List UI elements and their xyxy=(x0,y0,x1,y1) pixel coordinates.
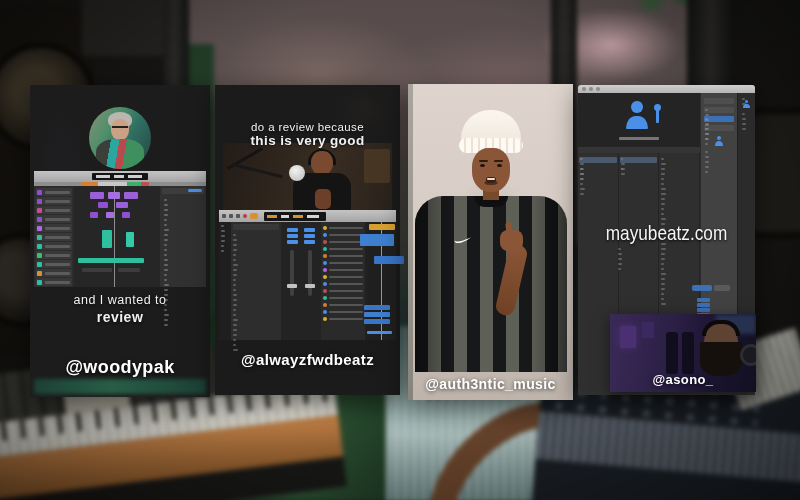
caption-line2: review xyxy=(30,309,210,325)
region xyxy=(82,268,112,272)
patch-banner xyxy=(578,93,700,147)
caption-block: do a review because this is very good xyxy=(215,121,400,148)
caption-line1: and I wanted to xyxy=(30,293,210,307)
clip-blue xyxy=(374,256,404,264)
panel-edge-shadow xyxy=(408,84,413,400)
mouth xyxy=(486,177,496,183)
text-skeleton xyxy=(740,110,745,130)
eyebrow xyxy=(479,160,488,162)
clip-blue-long xyxy=(367,331,392,334)
caption-line1: do a review because xyxy=(215,121,400,133)
midi-clip xyxy=(90,212,98,218)
track-header-list xyxy=(321,222,365,340)
avatar-glasses xyxy=(112,126,128,129)
sidebar-mini xyxy=(219,222,231,340)
producer-head xyxy=(311,151,333,175)
clip-blue xyxy=(364,305,390,310)
text-skeleton xyxy=(219,222,224,252)
library-list xyxy=(231,222,281,340)
audio-clip xyxy=(102,230,112,248)
eyebrow xyxy=(494,160,503,162)
speaker-silhouette xyxy=(682,332,694,374)
patch-caption xyxy=(619,137,659,140)
clip-blue xyxy=(364,312,390,317)
daw-screenshot xyxy=(219,210,396,340)
mic-stand-icon xyxy=(656,109,659,123)
daw-toolbar xyxy=(34,171,206,182)
midi-clip xyxy=(90,192,104,199)
eye xyxy=(497,164,502,167)
midi-clip xyxy=(108,192,120,199)
traffic-lights-icon xyxy=(582,87,600,91)
clip-orange xyxy=(369,224,395,230)
video-still-producer xyxy=(223,143,392,210)
cycle-button-icon xyxy=(250,213,258,219)
notes-header xyxy=(162,188,204,194)
story-panel-woodypak[interactable]: and I wanted to review @woodypak xyxy=(30,85,210,397)
library-header xyxy=(233,224,279,230)
microphone-icon xyxy=(289,165,305,181)
channel-strip xyxy=(286,226,299,340)
section-header xyxy=(704,98,734,104)
selected-param xyxy=(692,285,712,291)
avatar xyxy=(89,107,151,169)
user-silhouette-icon xyxy=(622,99,652,131)
channel-strip xyxy=(303,226,316,340)
selected-row xyxy=(620,157,658,163)
user-silhouette-icon-small xyxy=(742,99,752,109)
face xyxy=(472,148,510,192)
audio-clip-long xyxy=(78,258,144,263)
clip-blue xyxy=(360,234,394,246)
avatar-face xyxy=(111,119,129,140)
midi-clip xyxy=(116,202,128,208)
fader xyxy=(290,250,294,296)
selected-row xyxy=(579,157,617,163)
story-panel-alwayzfwdbeatz[interactable]: do a review because this is very good xyxy=(215,85,400,395)
daw-screenshot xyxy=(34,171,206,287)
eye xyxy=(480,164,485,167)
daw-toolbar xyxy=(219,210,396,222)
channel-strips xyxy=(281,222,321,340)
track-header-list xyxy=(34,186,74,287)
section-header xyxy=(704,107,734,113)
text-skeleton xyxy=(231,231,236,351)
midi-clip xyxy=(124,192,138,199)
video-thumbnail-asono: @asono_ xyxy=(610,314,756,392)
wall-frame xyxy=(620,326,636,348)
window-bottom-strip xyxy=(578,392,755,395)
website-text: mayubeatz.com xyxy=(594,221,739,245)
story-panel-auth3ntic[interactable]: @auth3ntic_music xyxy=(408,84,573,400)
collage-canvas: and I wanted to review @woodypak do a re… xyxy=(0,0,800,500)
studio-shelf xyxy=(364,149,390,183)
avatar-jacket xyxy=(96,139,144,169)
notes-panel xyxy=(160,186,206,287)
user-silhouette-icon-small xyxy=(713,135,725,147)
pop-filter-icon xyxy=(740,344,756,366)
text-skeleton xyxy=(578,165,583,180)
blurred-strip xyxy=(34,379,206,394)
midi-clip xyxy=(106,212,114,218)
midi-clip xyxy=(98,202,108,208)
lcd-display xyxy=(264,212,326,221)
wall-frame xyxy=(642,322,654,338)
region xyxy=(118,268,140,272)
caption-line2: this is very good xyxy=(215,133,400,148)
handle-auth3ntic: @auth3ntic_music xyxy=(408,376,573,392)
text-skeleton xyxy=(619,165,624,175)
handle-alwayzfwdbeatz: @alwayzfwdbeatz xyxy=(215,351,400,368)
clip-blue xyxy=(364,319,390,324)
fader xyxy=(308,250,312,296)
text-skeleton xyxy=(703,148,708,173)
story-panel-mayubeatz[interactable]: mayubeatz.com @asono_ xyxy=(578,85,755,395)
mic-boom-arm xyxy=(231,163,282,178)
param-button xyxy=(714,285,730,291)
handle-woodypak: @woodypak xyxy=(30,357,210,378)
window-titlebar xyxy=(578,85,755,93)
nike-swoosh-icon xyxy=(454,236,472,245)
text-skeleton xyxy=(703,125,708,140)
lcd-display xyxy=(92,173,148,180)
arrange-grid xyxy=(365,222,396,340)
handle-asono: @asono_ xyxy=(610,372,756,387)
speaker-silhouette xyxy=(666,332,678,374)
playhead xyxy=(114,186,115,287)
